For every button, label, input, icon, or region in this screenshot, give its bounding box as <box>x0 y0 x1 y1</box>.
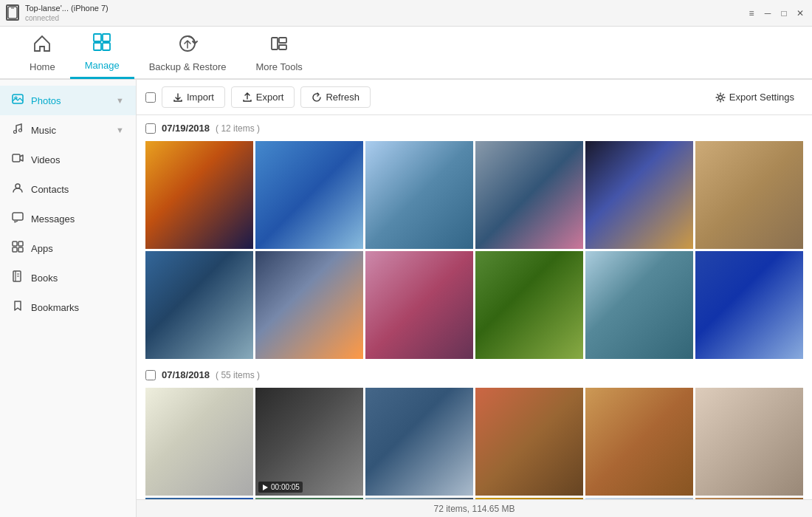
photo-cell[interactable] <box>475 498 583 499</box>
sidebar-item-messages[interactable]: Messages <box>0 204 136 233</box>
toolbar: Import Export Refresh Export Settings <box>137 80 812 115</box>
apps-icon <box>12 241 24 256</box>
nav-more-tools[interactable]: More Tools <box>241 27 317 78</box>
photo-cell[interactable] <box>475 141 583 249</box>
nav-manage-label: Manage <box>85 60 120 71</box>
export-settings-button[interactable]: Export Settings <box>706 87 803 107</box>
date-label: 07/19/2018 <box>162 123 210 134</box>
photos-icon <box>12 93 24 108</box>
photo-cell[interactable] <box>255 251 363 359</box>
sidebar-books-label: Books <box>31 273 58 284</box>
photo-cell[interactable] <box>585 251 693 359</box>
export-icon <box>242 92 252 103</box>
tools-icon <box>269 33 289 58</box>
sidebar-item-photos[interactable]: Photos ▼ <box>0 86 136 115</box>
menu-icon[interactable]: ≡ <box>746 7 757 19</box>
device-info: Top-lanse'... (iPhone 7) connected <box>25 3 109 23</box>
main-layout: Photos ▼ Music ▼ Videos Contacts <box>0 80 812 517</box>
svg-rect-9 <box>279 45 286 49</box>
maximize-icon[interactable]: □ <box>778 7 790 19</box>
messages-icon <box>12 211 24 226</box>
date-header-0: 07/19/2018( 12 items ) <box>145 121 803 135</box>
photo-cell[interactable] <box>255 498 363 499</box>
svg-rect-10 <box>13 95 23 103</box>
settings-icon <box>715 92 726 103</box>
refresh-icon <box>312 92 322 103</box>
import-button[interactable]: Import <box>162 86 225 108</box>
device-name: Top-lanse'... (iPhone 7) <box>25 3 109 13</box>
sidebar-contacts-label: Contacts <box>31 184 69 195</box>
svg-rect-5 <box>103 43 110 50</box>
photo-cell[interactable] <box>585 498 693 499</box>
titlebar-controls: ≡ ─ □ ✕ <box>746 7 806 19</box>
nav-home-label: Home <box>30 61 55 72</box>
photo-area: 07/19/2018( 12 items )07/18/2018( 55 ite… <box>137 115 812 499</box>
content-area: Import Export Refresh Export Settings 07… <box>137 80 812 517</box>
sidebar-item-bookmarks[interactable]: Bookmarks <box>0 292 136 322</box>
sidebar-photos-label: Photos <box>31 95 61 106</box>
refresh-button[interactable]: Refresh <box>300 86 371 108</box>
photo-cell[interactable] <box>365 388 473 496</box>
photo-cell[interactable] <box>475 388 583 496</box>
titlebar-left: Top-lanse'... (iPhone 7) connected <box>6 3 109 23</box>
photo-cell[interactable] <box>145 141 253 249</box>
svg-rect-16 <box>13 213 23 220</box>
music-arrow: ▼ <box>116 126 124 134</box>
photo-cell[interactable] <box>585 388 693 496</box>
photo-cell[interactable] <box>365 251 473 359</box>
device-icon <box>6 4 19 21</box>
svg-rect-2 <box>94 34 101 41</box>
nav-more-tools-label: More Tools <box>255 61 302 72</box>
sidebar-item-apps[interactable]: Apps <box>0 233 136 263</box>
video-badge: 00:00:05 <box>258 482 303 493</box>
books-icon <box>12 270 24 285</box>
date-count: ( 55 items ) <box>216 370 260 380</box>
close-icon[interactable]: ✕ <box>794 7 806 19</box>
photo-cell[interactable] <box>695 251 803 359</box>
photo-cell[interactable] <box>585 141 693 249</box>
photo-cell[interactable] <box>145 498 253 499</box>
photo-grid-0 <box>145 141 803 359</box>
svg-rect-3 <box>103 34 110 41</box>
contacts-icon <box>12 182 24 196</box>
nav-manage[interactable]: Manage <box>70 26 134 79</box>
photo-cell[interactable] <box>145 251 253 359</box>
sidebar-item-music[interactable]: Music ▼ <box>0 115 136 145</box>
date-group-1: 07/18/2018( 55 items )00:00:05 <box>145 368 803 499</box>
status-text: 72 items, 114.65 MB <box>433 504 515 514</box>
export-button[interactable]: Export <box>231 86 295 108</box>
sidebar-item-videos[interactable]: Videos <box>0 145 136 174</box>
music-icon <box>12 123 24 137</box>
nav-backup-label: Backup & Restore <box>149 61 227 72</box>
svg-rect-18 <box>18 242 23 246</box>
date-checkbox-1[interactable] <box>145 370 156 380</box>
titlebar: Top-lanse'... (iPhone 7) connected ≡ ─ □… <box>0 0 812 27</box>
photo-cell[interactable] <box>365 141 473 249</box>
nav-home[interactable]: Home <box>15 27 70 78</box>
photo-cell[interactable] <box>695 388 803 496</box>
photos-arrow: ▼ <box>116 96 124 105</box>
sidebar-item-contacts[interactable]: Contacts <box>0 174 136 204</box>
photo-cell[interactable] <box>695 141 803 249</box>
sidebar-item-books[interactable]: Books <box>0 263 136 292</box>
statusbar: 72 items, 114.65 MB <box>137 499 812 517</box>
photo-cell[interactable]: 00:00:05 <box>255 388 363 496</box>
svg-rect-4 <box>94 43 101 50</box>
photo-cell[interactable] <box>475 251 583 359</box>
date-count: ( 12 items ) <box>216 123 260 134</box>
backup-icon <box>177 33 198 58</box>
photo-cell[interactable] <box>695 498 803 499</box>
nav-backup[interactable]: Backup & Restore <box>134 27 241 78</box>
minimize-icon[interactable]: ─ <box>762 7 774 19</box>
svg-rect-19 <box>13 247 17 252</box>
sidebar-videos-label: Videos <box>31 154 61 165</box>
select-all-checkbox[interactable] <box>145 92 156 103</box>
photo-cell[interactable] <box>255 141 363 249</box>
photo-cell[interactable] <box>365 498 473 499</box>
svg-rect-20 <box>18 247 23 252</box>
date-checkbox-0[interactable] <box>145 123 156 134</box>
import-icon <box>173 92 183 103</box>
svg-marker-26 <box>263 485 268 490</box>
svg-rect-14 <box>13 154 20 162</box>
photo-cell[interactable] <box>145 388 253 496</box>
